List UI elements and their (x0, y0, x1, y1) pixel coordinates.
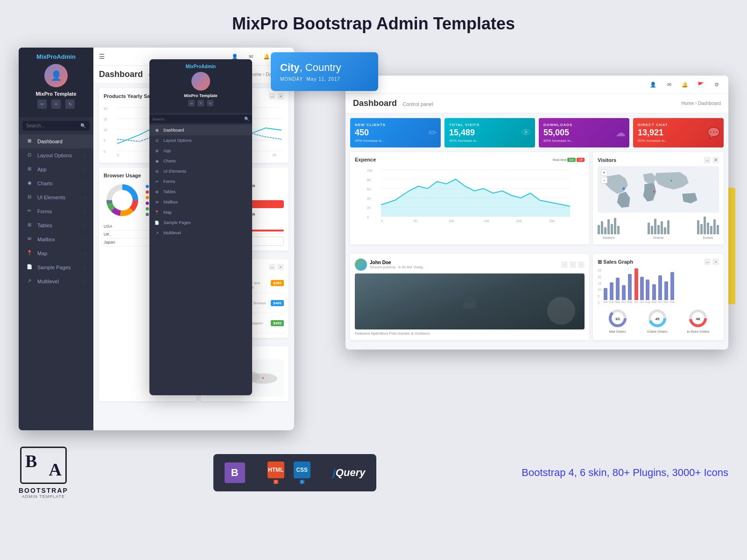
sidebar-item-dashboard[interactable]: ⊞Dashboard ‹ (19, 134, 93, 148)
overlay-nav-dashboard[interactable]: ⊞ Dashboard (149, 125, 252, 135)
right-mail-icon[interactable]: ✉ (663, 78, 675, 91)
post-image: ☕ (355, 273, 585, 329)
toggle-on[interactable]: On (567, 158, 575, 162)
sidebar-item-map[interactable]: 📍Map › (19, 246, 93, 260)
svg-text:20: 20 (104, 107, 107, 110)
overlay-nav-map[interactable]: 📍 Map (149, 207, 252, 217)
sidebar-item-multilevel[interactable]: ↗Multilevel › (19, 274, 93, 288)
visitors-settings[interactable]: ⚙ (712, 157, 719, 163)
refresh-icon[interactable]: ↻ (65, 99, 75, 109)
sales-graph-card: ⊞ Sales Graph — × 25 20 15 10 5 0 (593, 254, 724, 340)
svg-point-49 (653, 191, 655, 193)
html-badge: HTML 5 (268, 462, 284, 484)
sidebar-item-layout[interactable]: ⊡Layout Options › (19, 148, 93, 162)
expense-area-chart: 100 80 60 40 20 0 0 50 100 150 200 250 (355, 165, 585, 226)
overlay-search-input[interactable] (152, 117, 244, 121)
right-user-icon[interactable]: 👤 (647, 78, 659, 91)
overlay-nav-multilevel[interactable]: ↗ Multilevel (149, 228, 252, 238)
visitors-mini-charts: Visitors Online (598, 216, 719, 240)
sidebar-item-charts[interactable]: ◉Charts › (19, 176, 93, 190)
search-input[interactable] (26, 123, 80, 128)
overlay-multilevel-icon: ↗ (154, 231, 160, 235)
overlay-nav-layout[interactable]: ⊡ Layout Options (149, 135, 252, 146)
list-icon[interactable]: ≡ (51, 99, 61, 109)
overlay-layout-icon: ⊡ (154, 139, 160, 143)
overlay-refresh-icon[interactable]: ↻ (207, 100, 213, 106)
right-page-header: Dashboard Control panel Home › Dashboard (345, 94, 728, 113)
sidebar-item-forms[interactable]: ✏Forms › (19, 204, 93, 218)
sidebar-brand: MixProAdmin (24, 53, 88, 60)
sidebar-item-ui[interactable]: ⊟UI Elements › (19, 190, 93, 204)
logo-area: B A BOOTSTRAP ADMIN TEMPLATE (19, 447, 68, 499)
downloads-icon: ☁ (615, 127, 626, 139)
sidebar-search[interactable]: 🔍 (22, 121, 90, 131)
overlay-nav-mailbox[interactable]: ✉ Mailbox (149, 197, 252, 207)
sidebar-item-mailbox[interactable]: ✉Mailbox › (19, 232, 93, 246)
bootstrap-icon: B (225, 462, 245, 483)
svg-text:20: 20 (273, 154, 276, 157)
overlay-nav-ui[interactable]: ⊟ UI Elements (149, 166, 252, 176)
screenshots-container: MixProAdmin 👤 MixPro Template ✏ ≡ ↻ 🔍 (19, 48, 728, 440)
overlay-brand: MixProAdmin (154, 64, 247, 69)
sidebar-item-sample[interactable]: 📄Sample Pages › (19, 260, 93, 274)
close-btn[interactable]: × (277, 93, 284, 99)
right-breadcrumb: Home › Dashboard (682, 101, 721, 106)
post-action-2[interactable]: · (570, 261, 576, 268)
overlay-nav-sample[interactable]: 📄 Sample Pages (149, 217, 252, 228)
sales-close[interactable]: × (712, 259, 719, 265)
overlay-nav-forms[interactable]: ✏ Forms (149, 176, 252, 187)
svg-point-28 (262, 377, 264, 378)
overlay-nav-charts[interactable]: ◉ Charts (149, 156, 252, 166)
post-icon: ☕ (462, 294, 478, 309)
svg-text:15: 15 (104, 118, 107, 121)
products-close[interactable]: × (277, 264, 284, 270)
map-zoom-out[interactable]: − (601, 177, 607, 183)
dashboard-lower: Expence Real time On Off (345, 152, 728, 254)
tech-badges: B HTML 5 CSS 3 jQuery (213, 454, 377, 491)
stat-card-clients: NEW CLIENTS 450 45% Increase in... ✏ (350, 118, 441, 147)
dashboard-title: Dashboard (99, 70, 143, 79)
visitors-minimize[interactable]: — (704, 157, 711, 163)
footer-right: Bootstrap 4, 6 skin, 80+ Plugins, 3000+ … (521, 467, 728, 479)
pages-icon: 📄 (26, 264, 33, 271)
overlay-home-icon: ⊞ (154, 128, 160, 133)
svg-text:250: 250 (549, 219, 555, 223)
hamburger-icon[interactable]: ☰ (99, 53, 105, 60)
sales-minimize[interactable]: — (704, 259, 711, 265)
overlay-list-icon[interactable]: ≡ (197, 100, 204, 106)
left-sidebar: MixProAdmin 👤 MixPro Template ✏ ≡ ↻ 🔍 (19, 48, 93, 430)
css-badge: CSS 3 (294, 462, 310, 484)
map-zoom-in[interactable]: + (601, 169, 607, 176)
sidebar-item-app[interactable]: ⊞App › (19, 162, 93, 176)
edit-icon[interactable]: ✏ (37, 99, 47, 109)
stat-cards-row: NEW CLIENTS 450 45% Increase in... ✏ TOT… (345, 113, 728, 152)
minimize-btn[interactable]: — (269, 93, 275, 99)
page-title: MixPro Bootstrap Admin Templates (19, 14, 728, 34)
overlay-mail-icon: ✉ (154, 200, 160, 204)
svg-text:0: 0 (117, 154, 119, 157)
overlay-ui-icon: ⊟ (154, 169, 160, 174)
overlay-search[interactable]: 🔍 (149, 115, 252, 123)
overlay-search-icon: 🔍 (244, 117, 249, 121)
products-minimize[interactable]: — (269, 264, 275, 270)
mail-orders-label: Mail Orders (609, 330, 626, 333)
logo-box: B A (20, 447, 67, 484)
overlay-action-icons: ✏ ≡ ↻ (154, 100, 247, 106)
sidebar-item-tables[interactable]: ⊞Tables › (19, 218, 93, 232)
svg-text:5: 5 (104, 139, 106, 142)
right-settings-icon[interactable]: ⚙ (711, 78, 723, 91)
toggle-off[interactable]: Off (577, 158, 585, 162)
overlay-nav-app[interactable]: ⊞ App (149, 146, 252, 156)
post-action-1[interactable]: · (561, 261, 568, 268)
right-bell-icon[interactable]: 🔔 (679, 78, 691, 91)
overlay-edit-icon[interactable]: ✏ (188, 100, 195, 106)
svg-text:0: 0 (104, 150, 106, 153)
svg-point-50 (670, 180, 672, 182)
realtime-badge: Real time On Off (553, 158, 585, 162)
post-action-3[interactable]: · (578, 261, 585, 268)
product-price-3: $450 (271, 320, 284, 326)
right-flag-icon[interactable]: 🚩 (695, 78, 707, 91)
product-price-1: $350 (271, 280, 284, 286)
right-dashboard-subtitle: Control panel (402, 101, 433, 107)
overlay-nav-tables[interactable]: ⊞ Tables (149, 187, 252, 197)
